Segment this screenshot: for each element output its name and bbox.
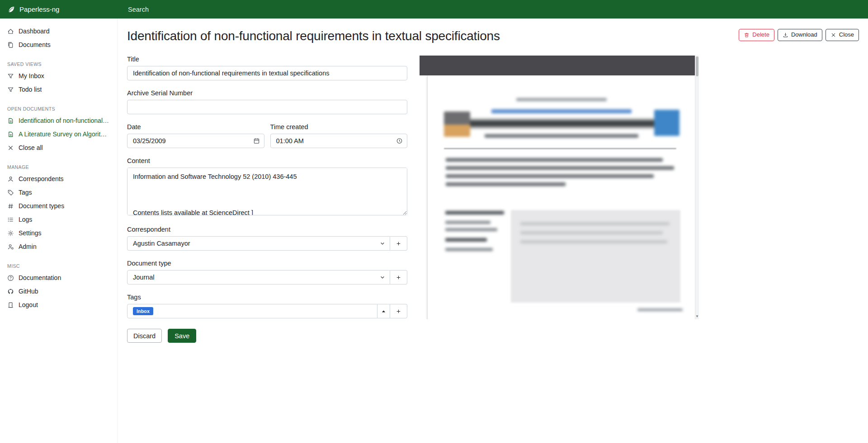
discard-button[interactable]: Discard <box>127 329 162 343</box>
plus-icon <box>396 275 401 280</box>
funnel-icon <box>7 86 14 93</box>
sidebar-open-doc-2[interactable]: A Literature Survey on Algorithms for Mu… <box>0 127 117 141</box>
list-icon <box>7 216 14 223</box>
pdf-page <box>428 75 695 319</box>
blurred-text-line <box>520 222 670 225</box>
blurred-divider <box>444 148 676 149</box>
documents-icon <box>7 42 14 48</box>
preview-scrollbar-thumb[interactable] <box>696 56 698 76</box>
sidebar-item-todo-list[interactable]: Todo list <box>0 83 117 96</box>
blurred-text-line <box>446 174 654 178</box>
blurred-publisher-logo <box>654 110 679 136</box>
person-gear-icon <box>7 243 14 250</box>
sidebar-item-settings[interactable]: Settings <box>0 226 117 240</box>
time-created-input[interactable] <box>270 134 408 148</box>
save-button[interactable]: Save <box>168 329 196 343</box>
date-label: Date <box>127 123 264 131</box>
sidebar-item-correspondents[interactable]: Correspondents <box>0 172 117 186</box>
plus-icon <box>396 308 401 314</box>
download-button[interactable]: Download <box>778 29 822 41</box>
gear-icon <box>7 230 14 237</box>
blurred-text-line <box>446 182 566 186</box>
blurred-text-line <box>445 211 504 215</box>
sidebar-item-logs[interactable]: Logs <box>0 213 117 226</box>
title-label: Title <box>127 56 407 63</box>
house-icon <box>7 28 14 35</box>
document-type-select[interactable]: Journal <box>127 270 390 284</box>
close-button[interactable]: Close <box>826 29 859 41</box>
document-type-label: Document type <box>127 260 407 267</box>
brand-name: Paperless-ng <box>19 5 59 13</box>
correspondent-label: Correspondent <box>127 226 407 233</box>
blurred-text-line <box>485 134 638 138</box>
add-tag-button[interactable] <box>390 304 407 318</box>
top-navbar: Paperless-ng <box>0 0 868 19</box>
blurred-link-line <box>491 109 632 113</box>
download-icon <box>783 32 788 38</box>
close-icon <box>830 32 836 38</box>
blurred-text-line <box>520 240 667 243</box>
pdf-viewer-body <box>420 75 695 319</box>
sidebar-item-my-inbox[interactable]: My Inbox <box>0 69 117 83</box>
add-document-type-button[interactable] <box>390 270 407 284</box>
funnel-icon <box>7 73 14 79</box>
chevron-down-icon <box>380 241 385 246</box>
asn-label: Archive Serial Number <box>127 89 407 97</box>
tag-chip-inbox[interactable]: Inbox <box>133 307 153 315</box>
blurred-paper-title <box>464 120 659 127</box>
sidebar-item-dashboard[interactable]: Dashboard <box>0 24 117 38</box>
hash-icon <box>7 203 14 210</box>
sidebar-heading-manage: MANAGE <box>7 164 110 170</box>
door-icon <box>7 302 14 308</box>
blurred-text-line <box>446 166 674 170</box>
chevron-down-icon <box>380 275 385 280</box>
main-content: Identification of non-functional require… <box>118 19 868 443</box>
content-label: Content <box>127 157 407 164</box>
pdf-viewer-toolbar <box>420 56 695 75</box>
sidebar-item-logout[interactable]: Logout <box>0 298 117 312</box>
file-text-icon <box>7 117 14 124</box>
sidebar-item-documentation[interactable]: Documentation <box>0 271 117 284</box>
global-search <box>118 5 868 14</box>
content-textarea[interactable] <box>127 168 407 215</box>
blurred-text-line <box>637 308 683 311</box>
brand-link[interactable]: Paperless-ng <box>0 5 118 14</box>
sidebar-item-tags[interactable]: Tags <box>0 186 117 199</box>
tag-icon <box>7 189 14 196</box>
tags-dropdown-toggle[interactable] <box>377 304 390 318</box>
scrollbar-down-arrow[interactable]: ▼ <box>695 315 699 318</box>
correspondent-select[interactable]: Agustin Casamayor <box>127 236 390 251</box>
document-edit-form: Title Archive Serial Number Date <box>127 56 407 343</box>
date-input[interactable] <box>127 134 264 148</box>
blurred-text-line <box>446 158 663 162</box>
person-icon <box>7 176 14 182</box>
preview-scrollbar[interactable]: ▼ <box>695 56 699 319</box>
page-title: Identification of non-functional require… <box>127 29 500 43</box>
sidebar-item-admin[interactable]: Admin <box>0 240 117 253</box>
pdf-preview: ▼ <box>420 56 699 319</box>
github-icon <box>7 288 14 295</box>
archive-serial-number-input[interactable] <box>127 100 407 114</box>
sidebar-item-github[interactable]: GitHub <box>0 284 117 298</box>
sidebar: Dashboard Documents SAVED VIEWS My Inbox… <box>0 19 118 443</box>
sidebar-item-close-all[interactable]: Close all <box>0 141 117 154</box>
sidebar-open-doc-1[interactable]: Identification of non-functional require… <box>0 114 117 127</box>
sidebar-item-document-types[interactable]: Document types <box>0 199 117 213</box>
add-correspondent-button[interactable] <box>390 236 407 251</box>
blurred-text-line <box>516 98 607 101</box>
delete-button[interactable]: Delete <box>739 29 774 41</box>
blurred-text-line <box>445 238 487 242</box>
tags-input[interactable]: Inbox <box>127 304 377 318</box>
title-input[interactable] <box>127 66 407 80</box>
sidebar-heading-misc: MISC <box>7 263 110 269</box>
question-circle-icon <box>7 275 14 281</box>
x-icon <box>7 145 14 151</box>
sidebar-heading-saved-views: SAVED VIEWS <box>7 61 110 67</box>
caret-up-icon <box>381 308 387 314</box>
time-created-label: Time created <box>270 123 408 131</box>
blurred-text-line <box>445 228 497 231</box>
search-input[interactable] <box>127 5 317 14</box>
trash-icon <box>744 32 750 38</box>
sidebar-item-documents[interactable]: Documents <box>0 38 117 51</box>
blurred-text-line <box>445 248 493 251</box>
